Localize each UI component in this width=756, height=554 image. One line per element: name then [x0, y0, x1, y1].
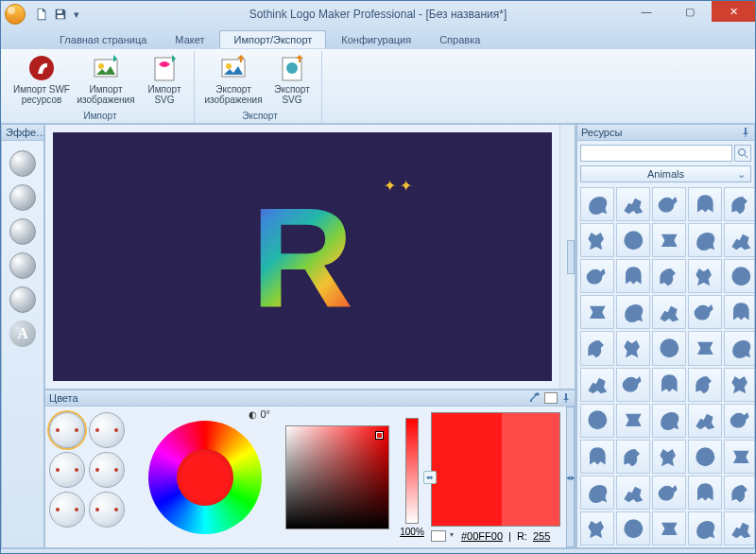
- resource-item[interactable]: [724, 368, 754, 402]
- angle-indicator[interactable]: ◐ 0°: [249, 408, 270, 420]
- resource-item[interactable]: [688, 259, 722, 293]
- resource-item[interactable]: [688, 368, 722, 402]
- save-icon[interactable]: [52, 6, 69, 23]
- color-dial-3[interactable]: [49, 452, 85, 488]
- tab-home[interactable]: Главная страница: [46, 31, 160, 48]
- resource-item[interactable]: [688, 187, 722, 221]
- resource-item[interactable]: [616, 511, 650, 545]
- resource-item[interactable]: [688, 331, 722, 365]
- tab-config[interactable]: Конфигурация: [328, 31, 424, 48]
- resource-item[interactable]: [616, 440, 650, 474]
- resource-item[interactable]: [688, 295, 722, 329]
- resource-item[interactable]: [652, 223, 686, 257]
- resource-item[interactable]: [652, 295, 686, 329]
- resource-item[interactable]: [580, 368, 614, 402]
- r-value[interactable]: 255: [533, 530, 550, 542]
- resource-item[interactable]: [652, 440, 686, 474]
- resource-item[interactable]: [616, 187, 650, 221]
- export-image-button[interactable]: Экспорт изображения: [202, 51, 265, 110]
- resource-item[interactable]: [724, 259, 754, 293]
- effect-preset-4[interactable]: [9, 252, 36, 279]
- resource-item[interactable]: [688, 476, 722, 510]
- color-dial-4[interactable]: [89, 452, 125, 488]
- import-svg-button[interactable]: Импорт SVG: [139, 51, 190, 110]
- resources-search-input[interactable]: [580, 145, 732, 162]
- pin-icon[interactable]: [741, 128, 750, 137]
- resources-panel-header[interactable]: Ресурсы: [576, 124, 755, 141]
- resource-item[interactable]: [724, 331, 754, 365]
- color-dial-6[interactable]: [89, 492, 125, 528]
- resource-item[interactable]: [580, 440, 614, 474]
- resource-item[interactable]: [652, 404, 686, 438]
- resource-item[interactable]: [724, 223, 754, 257]
- link-colors-icon[interactable]: ⬌: [423, 471, 437, 484]
- minimize-button[interactable]: —: [625, 1, 668, 22]
- resource-item[interactable]: [724, 511, 754, 545]
- resource-item[interactable]: [616, 331, 650, 365]
- resource-item[interactable]: [616, 295, 650, 329]
- resources-category-select[interactable]: Animals: [580, 165, 751, 182]
- export-svg-button[interactable]: Экспорт SVG: [266, 51, 318, 110]
- saturation-value-box[interactable]: [285, 425, 389, 529]
- resource-item[interactable]: [724, 187, 754, 221]
- effects-panel-header[interactable]: Эффе…: [1, 124, 44, 141]
- app-logo[interactable]: [5, 4, 26, 25]
- resource-item[interactable]: [616, 259, 650, 293]
- resource-item[interactable]: [724, 404, 754, 438]
- resource-item[interactable]: [688, 223, 722, 257]
- search-icon[interactable]: [734, 145, 751, 162]
- opacity-value[interactable]: 100%: [400, 527, 424, 537]
- pin-icon[interactable]: [561, 393, 571, 403]
- color-dial-5[interactable]: [49, 492, 85, 528]
- resource-item[interactable]: [616, 223, 650, 257]
- hex-value[interactable]: #00FF00: [461, 530, 503, 542]
- effect-preset-5[interactable]: [9, 286, 36, 313]
- resource-item[interactable]: [652, 187, 686, 221]
- effect-preset-1[interactable]: [9, 150, 36, 177]
- color-wheel[interactable]: [148, 421, 262, 534]
- resource-item[interactable]: [724, 440, 754, 474]
- current-color-chip[interactable]: [544, 392, 558, 404]
- resource-item[interactable]: [652, 476, 686, 510]
- resource-item[interactable]: [580, 511, 614, 545]
- resource-item[interactable]: [724, 476, 754, 510]
- resource-item[interactable]: [580, 187, 614, 221]
- resource-item[interactable]: [652, 368, 686, 402]
- swatch-dropdown[interactable]: [431, 530, 446, 542]
- new-file-icon[interactable]: [33, 6, 50, 23]
- tab-help[interactable]: Справка: [426, 31, 493, 48]
- resource-item[interactable]: [724, 295, 754, 329]
- canvas-collapse-handle[interactable]: [567, 240, 575, 274]
- resource-item[interactable]: [580, 295, 614, 329]
- canvas[interactable]: R ✦ ✦: [53, 132, 552, 381]
- resource-item[interactable]: [580, 404, 614, 438]
- resource-item[interactable]: [580, 259, 614, 293]
- effect-preset-2[interactable]: [9, 184, 36, 211]
- resource-item[interactable]: [616, 476, 650, 510]
- canvas-artwork[interactable]: R: [251, 186, 353, 328]
- resource-item[interactable]: [652, 331, 686, 365]
- color-dial-1[interactable]: [49, 412, 85, 448]
- import-swf-button[interactable]: Импорт SWF ресурсов: [10, 51, 73, 110]
- resource-item[interactable]: [580, 223, 614, 257]
- import-image-button[interactable]: Импорт изображения: [75, 51, 137, 110]
- resource-item[interactable]: [688, 511, 722, 545]
- qat-dropdown-icon[interactable]: ▾: [71, 6, 82, 23]
- effect-text-button[interactable]: A: [9, 320, 36, 347]
- tab-layout[interactable]: Макет: [162, 31, 217, 48]
- resource-item[interactable]: [652, 259, 686, 293]
- resource-item[interactable]: [616, 368, 650, 402]
- resource-item[interactable]: [688, 404, 722, 438]
- eyedropper-icon[interactable]: [527, 391, 541, 405]
- colors-collapse-handle[interactable]: ◂▸: [566, 407, 575, 547]
- color-dial-2[interactable]: [89, 412, 125, 448]
- tab-import-export[interactable]: Импорт/Экспорт: [219, 30, 326, 48]
- effect-preset-3[interactable]: [9, 218, 36, 245]
- resource-item[interactable]: [616, 404, 650, 438]
- colors-panel-header[interactable]: Цвета: [44, 390, 576, 407]
- opacity-slider[interactable]: [405, 418, 419, 524]
- maximize-button[interactable]: ▢: [668, 1, 712, 22]
- color-swatch[interactable]: [431, 412, 560, 527]
- close-button[interactable]: ✕: [712, 1, 755, 22]
- resource-item[interactable]: [580, 476, 614, 510]
